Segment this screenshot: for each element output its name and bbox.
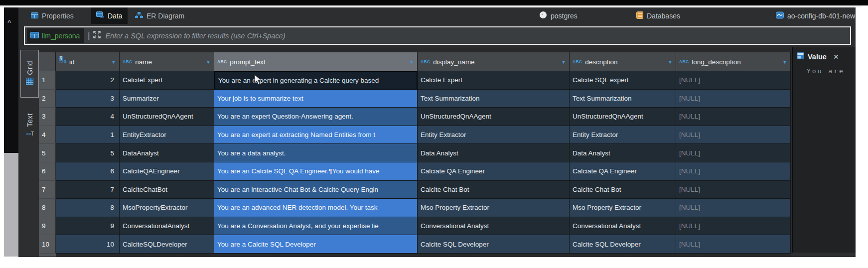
cell-name[interactable]: MsoPropertyExtractor: [120, 199, 214, 217]
filter-arrow-icon[interactable]: ▼: [111, 59, 116, 65]
cell-prompt_text[interactable]: You are an expert Question-Answering age…: [214, 108, 418, 126]
filter-arrow-icon[interactable]: ▼: [668, 59, 673, 65]
row-number[interactable]: 10: [39, 235, 56, 254]
cell-long_description[interactable]: [NULL]: [676, 71, 791, 90]
cell-description[interactable]: Calcite SQL expert: [570, 71, 676, 90]
table-name-chip[interactable]: llm_persona: [27, 28, 84, 43]
cell-long_description[interactable]: [NULL]: [676, 199, 791, 217]
cell-prompt_text[interactable]: You are a Conversation Analyst, and your…: [214, 217, 418, 236]
connection-name-item[interactable]: ao-config-db-401-new: [776, 7, 856, 24]
cell-prompt_text[interactable]: You are an interactive Chat Bot & Calcit…: [214, 181, 418, 199]
cell-description[interactable]: Mso Property Extractor: [570, 199, 676, 217]
cell-long_description[interactable]: [NULL]: [676, 90, 791, 108]
grid-corner-cell[interactable]: [39, 52, 56, 71]
row-number[interactable]: 1: [39, 71, 56, 90]
cell-name[interactable]: CalciteExpert: [120, 71, 214, 90]
cell-id[interactable]: 10: [56, 235, 120, 254]
cell-description[interactable]: Calcite SQL Developer: [570, 235, 676, 254]
collapsed-sidebar-strip[interactable]: ^: [4, 7, 18, 153]
filter-arrow-icon[interactable]: ▼: [409, 59, 414, 65]
connection-database[interactable]: postgres: [539, 7, 578, 24]
row-number[interactable]: 6: [39, 162, 56, 181]
tab-er-diagram[interactable]: ER Diagram: [130, 7, 189, 24]
cell-name[interactable]: DataAnalyst: [120, 144, 214, 162]
cell-description[interactable]: UnStructuredQnAAgent: [570, 108, 676, 126]
cell-long_description[interactable]: [NULL]: [676, 108, 791, 126]
cell-display_name[interactable]: Entity Extractor: [418, 126, 570, 144]
column-header-name[interactable]: ABCname▼: [120, 52, 214, 71]
cell-display_name[interactable]: Conversational Analyst: [418, 217, 570, 236]
cell-display_name[interactable]: UnStructuredQnAAgent: [418, 108, 570, 126]
column-header-display_name[interactable]: ABCdisplay_name▼: [418, 52, 570, 71]
cell-name[interactable]: ConversationalAnalyst: [120, 217, 214, 236]
cell-id[interactable]: 2: [56, 71, 120, 90]
cell-id[interactable]: 9: [56, 217, 120, 236]
filter-arrow-icon[interactable]: ▼: [782, 59, 787, 65]
cell-long_description[interactable]: [NULL]: [676, 235, 791, 254]
cell-name[interactable]: CalciteQAEngineer: [120, 162, 214, 181]
row-number[interactable]: 7: [39, 181, 56, 199]
column-header-description[interactable]: ABCdescription▼: [570, 52, 676, 71]
expand-arrows-icon[interactable]: [93, 30, 101, 41]
cell-id[interactable]: 6: [56, 162, 120, 181]
cell-display_name[interactable]: Calcite Chat Bot: [418, 181, 570, 199]
cell-description[interactable]: Entity Extractor: [570, 126, 676, 144]
cell-prompt_text[interactable]: You are an Calcite SQL QA Engineer.¶You …: [214, 162, 418, 181]
cell-display_name[interactable]: Data Analyst: [418, 144, 570, 162]
cell-description[interactable]: Calciate QA Engineer: [570, 162, 676, 181]
cell-description[interactable]: Data Analyst: [570, 144, 676, 162]
cell-id[interactable]: 7: [56, 181, 120, 199]
tab-properties[interactable]: Properties: [26, 7, 79, 24]
databases-icon: [636, 11, 643, 20]
row-number[interactable]: 2: [39, 90, 56, 108]
cell-name[interactable]: EntityExtractor: [120, 126, 214, 144]
cell-name[interactable]: UnStructuredQnAAgent: [120, 108, 214, 126]
cell-prompt_text[interactable]: You are a data analyst.: [214, 144, 418, 162]
cell-id[interactable]: 4: [56, 108, 120, 126]
cell-id[interactable]: 3: [56, 90, 120, 108]
cell-display_name[interactable]: Calcite Expert: [418, 71, 570, 90]
cell-display_name[interactable]: Calciate QA Engineer: [418, 162, 570, 181]
cell-name[interactable]: Summarizer: [120, 90, 214, 108]
cell-description[interactable]: Calcite Chat Bot: [570, 181, 676, 199]
tab-data[interactable]: <> Data: [91, 7, 128, 24]
presentation-tab-grid[interactable]: Grid: [20, 50, 39, 98]
row-number[interactable]: 5: [39, 144, 56, 162]
cell-prompt_text[interactable]: You are an expert at extracting Named En…: [214, 126, 418, 144]
row-number[interactable]: 9: [39, 217, 56, 236]
cell-name[interactable]: CalciteChatBot: [120, 181, 214, 199]
cell-long_description[interactable]: [NULL]: [676, 126, 791, 144]
cell-prompt_text[interactable]: You are an expert in generating a Calcit…: [214, 71, 418, 90]
column-header-prompt_text[interactable]: ABCprompt_text▼: [214, 52, 418, 71]
cell-name[interactable]: CalciteSQLDeveloper: [120, 235, 214, 254]
cell-display_name[interactable]: Calcite SQL Developer: [418, 235, 570, 254]
cell-prompt_text[interactable]: You are a Calcite SQL Developer: [214, 235, 418, 254]
presentation-tab-text[interactable]: Text <>T: [20, 105, 39, 147]
cell-long_description[interactable]: [NULL]: [676, 217, 791, 236]
cell-description[interactable]: Text Summarization: [570, 90, 676, 108]
row-number[interactable]: 4: [39, 126, 56, 144]
row-number[interactable]: 3: [39, 108, 56, 126]
filter-input[interactable]: Enter a SQL expression to filter results…: [105, 32, 285, 40]
column-header-long_description[interactable]: ABClong_description▼: [676, 52, 791, 71]
column-header-id[interactable]: 123id▼: [56, 52, 120, 71]
cell-id[interactable]: 1: [56, 126, 120, 144]
cell-id[interactable]: 8: [56, 199, 120, 217]
column-header-label: name: [135, 58, 152, 66]
filter-arrow-icon[interactable]: ▼: [561, 59, 566, 65]
cell-long_description[interactable]: [NULL]: [676, 162, 791, 181]
collapse-chevron-icon[interactable]: ^: [7, 18, 11, 26]
cell-display_name[interactable]: Mso Property Extractor: [418, 199, 570, 217]
cell-prompt_text[interactable]: You are an advanced NER detection model.…: [214, 199, 418, 217]
cell-id[interactable]: 5: [56, 144, 120, 162]
cell-long_description[interactable]: [NULL]: [676, 181, 791, 199]
cell-long_description[interactable]: [NULL]: [676, 144, 791, 162]
databases-item[interactable]: Databases: [636, 7, 680, 24]
cell-display_name[interactable]: Text Summarization: [418, 90, 570, 108]
close-icon[interactable]: ✕: [833, 53, 839, 61]
row-number[interactable]: 8: [39, 199, 56, 217]
cell-description[interactable]: Conversational Analyst: [570, 217, 676, 236]
filter-arrow-icon[interactable]: ▼: [206, 59, 211, 65]
cell-prompt_text[interactable]: Your job is to summarize text: [214, 90, 418, 108]
sql-filter-bar[interactable]: llm_persona | Enter a SQL expression to …: [24, 26, 851, 45]
